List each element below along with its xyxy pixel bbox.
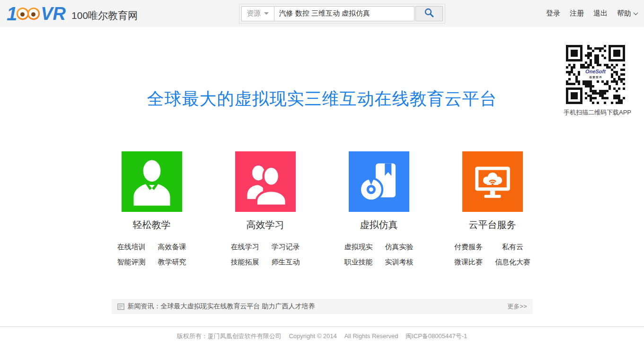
svg-text:创 壹 软 件: 创 壹 软 件 [589, 76, 602, 79]
tile-links: 虚拟现实 仿真实验 职业技能 实训考核 [344, 242, 414, 267]
qr-code-block: OneSoft创 壹 软 件 手机扫描二维码下载APP [564, 45, 627, 117]
chevron-down-icon [634, 10, 638, 15]
tile-easy-teaching[interactable] [122, 151, 182, 212]
logo-digit-1: 1 [7, 5, 16, 22]
news-headline[interactable]: 全球最大虚拟现实在线教育云平台 助力广西人才培养 [161, 302, 315, 311]
link-online-learning[interactable]: 在线学习 [231, 242, 259, 252]
link-simulation-experiment[interactable]: 仿真实验 [385, 242, 414, 252]
page-title: 全球最大的虚拟现实三维互动在线教育云平台 [0, 27, 644, 111]
link-online-training[interactable]: 在线培训 [117, 242, 146, 252]
logo-100vr: 1 VR [7, 5, 66, 22]
feature-cloud: 云平台服务 付费服务 私有云 微课比赛 信息化大赛 [436, 151, 549, 267]
qr-caption: 手机扫描二维码下载APP [564, 108, 627, 117]
book-disc-icon [353, 155, 406, 208]
feature-simulation: 虚拟仿真 虚拟现实 仿真实验 职业技能 实训考核 [322, 151, 436, 267]
link-teacher-student-interaction[interactable]: 师生互动 [272, 257, 300, 267]
qr-code-image: OneSoft创 壹 软 件 [566, 45, 625, 104]
footer-copyright: 版权所有：厦门凤凰创壹软件有限公司 Copyright © 2014 All R… [0, 332, 644, 341]
feature-teaching: 轻松教学 在线培训 高效备课 智能评测 教学研究 [95, 151, 209, 267]
footer-icp: 闽ICP备08005447号-1 [406, 332, 467, 340]
link-teaching-research[interactable]: 教学研究 [158, 257, 186, 267]
footer-owner: 版权所有：厦门凤凰创壹软件有限公司 [177, 332, 282, 340]
tile-title: 虚拟仿真 [360, 219, 398, 231]
nav-login[interactable]: 登录 [546, 9, 560, 18]
news-more-link[interactable]: 更多>> [507, 302, 527, 311]
link-virtual-reality[interactable]: 虚拟现实 [344, 242, 373, 252]
search-button[interactable] [415, 6, 443, 21]
cloud-monitor-icon [466, 155, 519, 208]
students-icon [239, 155, 292, 208]
link-informatization-contest[interactable]: 信息化大赛 [495, 257, 530, 267]
nav-register[interactable]: 注册 [570, 9, 584, 18]
newspaper-icon [117, 303, 124, 310]
main-content: OneSoft创 壹 软 件 手机扫描二维码下载APP 全球最大的虚拟现实三维互… [0, 27, 644, 341]
top-header: 1 VR 100唯尔教育网 资源 登录 注册 退出 帮助 [0, 0, 644, 27]
tile-title: 轻松教学 [133, 219, 171, 231]
link-private-cloud[interactable]: 私有云 [495, 242, 530, 252]
nav-logout[interactable]: 退出 [593, 9, 608, 18]
feature-tiles: 轻松教学 在线培训 高效备课 智能评测 教学研究 高效学习 在线学习 [95, 151, 549, 267]
search-category-dropdown[interactable]: 资源 [241, 6, 274, 21]
link-paid-services[interactable]: 付费服务 [454, 242, 483, 252]
footer-divider [0, 326, 644, 327]
tile-links: 付费服务 私有云 微课比赛 信息化大赛 [454, 242, 530, 267]
tile-links: 在线培训 高效备课 智能评测 教学研究 [117, 242, 186, 267]
link-vocational-skills[interactable]: 职业技能 [344, 257, 373, 267]
link-learning-records[interactable]: 学习记录 [272, 242, 300, 252]
tile-virtual-simulation[interactable] [349, 151, 409, 212]
news-bar: 新闻资讯： 全球最大虚拟现实在线教育云平台 助力广西人才培养 更多>> [112, 299, 533, 314]
svg-text:OneSoft: OneSoft [585, 69, 606, 74]
tile-title: 云平台服务 [469, 219, 516, 231]
top-nav: 登录 注册 退出 帮助 [546, 9, 637, 18]
site-logo[interactable]: 1 VR 100唯尔教育网 [7, 5, 138, 22]
link-skill-expansion[interactable]: 技能拓展 [231, 257, 259, 267]
footer-rights: All Rights Reserved [344, 332, 398, 340]
tile-efficient-learning[interactable] [235, 151, 296, 212]
chevron-down-icon [264, 12, 269, 15]
search-icon [424, 8, 434, 20]
teacher-icon [125, 155, 178, 208]
link-smart-assessment[interactable]: 智能评测 [117, 257, 146, 267]
tile-title: 高效学习 [247, 219, 284, 231]
tile-links: 在线学习 学习记录 技能拓展 师生互动 [231, 242, 300, 267]
news-label: 新闻资讯： [128, 302, 161, 311]
search-category-label: 资源 [247, 9, 261, 18]
footer-copyright-year: Copyright © 2014 [289, 332, 336, 340]
logo-vr-text: VR [41, 6, 66, 22]
feature-learning: 高效学习 在线学习 学习记录 技能拓展 师生互动 [209, 151, 322, 267]
link-training-assessment[interactable]: 实训考核 [385, 257, 414, 267]
nav-help-label: 帮助 [617, 9, 631, 18]
site-name: 100唯尔教育网 [71, 9, 138, 22]
nav-help[interactable]: 帮助 [617, 9, 637, 18]
link-lesson-prep[interactable]: 高效备课 [158, 242, 186, 252]
tile-cloud-platform[interactable] [462, 151, 523, 212]
logo-eye-icon [27, 8, 40, 20]
search-input[interactable] [274, 6, 415, 21]
link-microcourse-contest[interactable]: 微课比赛 [454, 257, 483, 267]
search-bar: 资源 [239, 4, 445, 24]
